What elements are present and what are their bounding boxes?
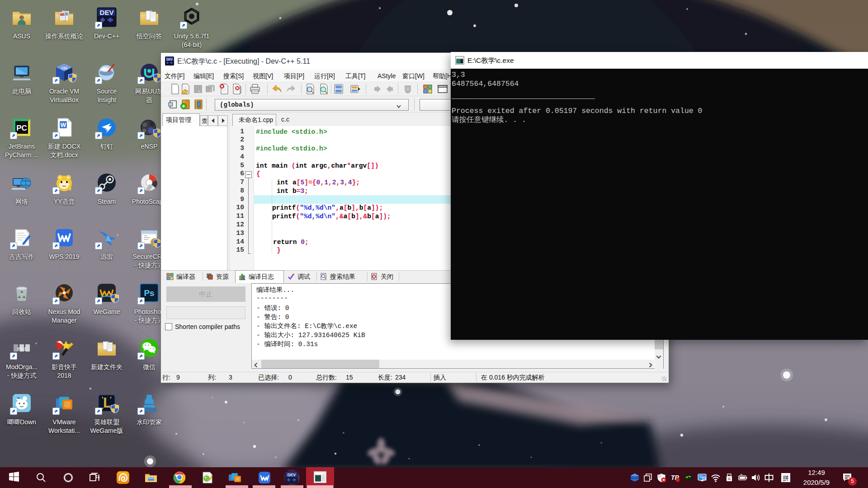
svg-text:DEV: DEV <box>100 9 114 16</box>
svg-text:DEV: DEV <box>166 58 173 61</box>
svg-text:PC: PC <box>16 124 27 132</box>
svg-text:DEV: DEV <box>288 473 296 477</box>
svg-text:W: W <box>61 122 66 128</box>
svg-text:拼: 拼 <box>783 474 789 482</box>
svg-text:mo: mo <box>17 345 26 352</box>
svg-text:Ps: Ps <box>144 288 154 298</box>
svg-text:VM: VM <box>61 66 67 70</box>
